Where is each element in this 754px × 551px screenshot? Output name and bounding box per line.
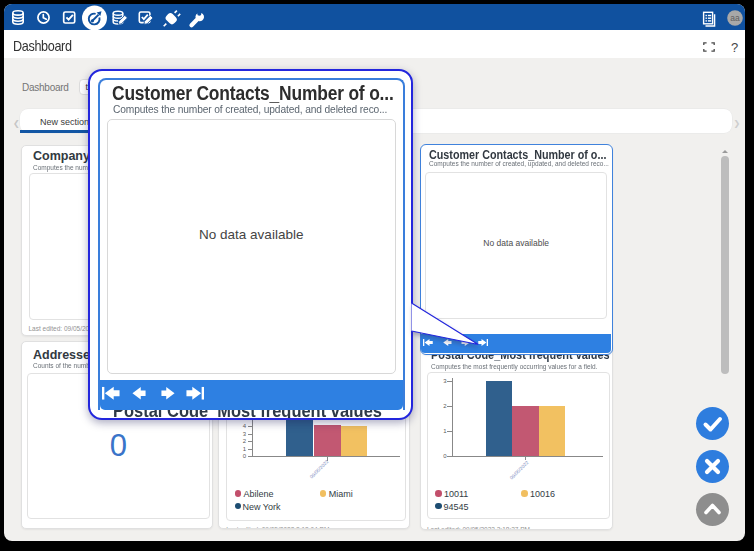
svg-text:aa: aa <box>730 13 740 23</box>
